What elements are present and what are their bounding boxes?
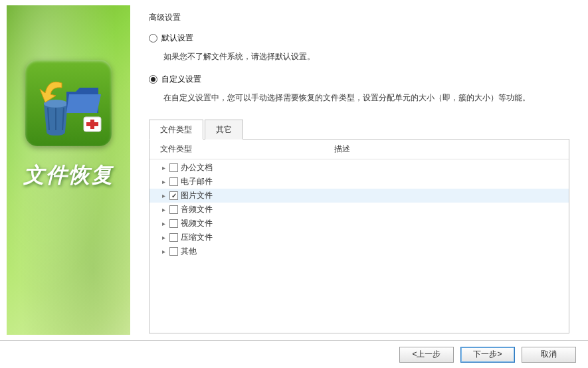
tab-bar: 文件类型 其它 [149,119,569,139]
next-button[interactable]: 下一步> [460,347,515,363]
sidebar-title: 文件恢复 [23,161,114,190]
file-recovery-icon [25,60,112,146]
tree-row[interactable]: ▸压缩文件 [149,230,569,244]
tree-item-label: 办公文档 [181,162,213,173]
wizard-footer: <上一步 下一步> 取消 [0,341,588,368]
radio-default[interactable] [149,34,157,43]
option-default-label: 默认设置 [161,33,193,44]
tree-col-desc: 描述 [329,143,569,155]
tree-checkbox[interactable] [169,233,178,242]
chevron-right-icon[interactable]: ▸ [160,207,167,213]
tree-checkbox[interactable] [169,191,178,200]
tree-item-label: 电子邮件 [181,176,213,187]
tree-row[interactable]: ▸办公文档 [149,161,569,175]
option-default-row[interactable]: 默认设置 [149,33,569,44]
file-type-tree-panel: 文件类型 描述 ▸办公文档▸电子邮件▸图片文件▸音频文件▸视频文件▸压缩文件▸其… [149,139,569,333]
tree-item-label: 压缩文件 [181,232,213,243]
option-custom-desc: 在自定义设置中，您可以手动选择需要恢复的文件类型，设置分配单元的大小（即，簇的大… [163,92,569,104]
tree-checkbox[interactable] [169,205,178,214]
tree-item-label: 其他 [181,246,197,257]
radio-custom[interactable] [149,75,157,84]
tree-checkbox[interactable] [169,219,178,228]
advanced-settings-heading: 高级设置 [149,12,569,23]
chevron-right-icon[interactable]: ▸ [160,234,167,241]
sidebar-banner: 文件恢复 [7,5,130,335]
tab-other[interactable]: 其它 [205,120,243,139]
tree-col-type: 文件类型 [149,143,329,155]
tree-row[interactable]: ▸图片文件 [149,189,569,203]
option-custom-row[interactable]: 自定义设置 [149,74,569,85]
tree-item-label: 图片文件 [181,190,213,201]
cancel-button[interactable]: 取消 [522,347,576,363]
chevron-right-icon[interactable]: ▸ [160,221,167,227]
tree-row[interactable]: ▸其他 [149,244,569,258]
chevron-right-icon[interactable]: ▸ [160,165,167,171]
svg-rect-3 [86,122,98,126]
tree-row[interactable]: ▸音频文件 [149,203,569,217]
tree-checkbox[interactable] [169,177,178,186]
chevron-right-icon[interactable]: ▸ [160,193,167,199]
tree-checkbox[interactable] [169,163,178,172]
chevron-right-icon[interactable]: ▸ [160,179,167,185]
tab-file-type[interactable]: 文件类型 [149,120,203,139]
option-custom-label: 自定义设置 [161,74,201,85]
tree-item-label: 视频文件 [181,218,213,229]
back-button[interactable]: <上一步 [399,347,454,363]
option-default-desc: 如果您不了解文件系统，请选择默认设置。 [163,50,569,63]
chevron-right-icon[interactable]: ▸ [160,248,167,255]
tree-checkbox[interactable] [169,247,178,256]
tree-header: 文件类型 描述 [149,139,569,159]
tree-row[interactable]: ▸视频文件 [149,217,569,230]
tree-item-label: 音频文件 [181,204,213,215]
tree-row[interactable]: ▸电子邮件 [149,175,569,189]
